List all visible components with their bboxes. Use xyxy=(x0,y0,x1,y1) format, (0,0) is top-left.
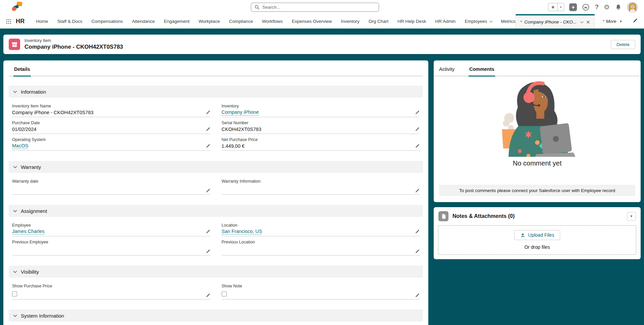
upload-files-button[interactable]: Upload Files xyxy=(514,230,560,240)
field-value-link[interactable]: MacOS xyxy=(12,143,28,149)
details-card: Details Information Inventory Item Name … xyxy=(3,60,428,325)
edit-pencil-icon[interactable] xyxy=(415,144,420,148)
section-title: Warranty xyxy=(21,164,41,170)
edit-pencil-icon[interactable] xyxy=(415,229,420,234)
page-body: Inventory Item Company iPhone - CKOH42XT… xyxy=(0,29,644,325)
notifications-bell-icon[interactable] xyxy=(615,4,622,11)
global-actions-icon[interactable]: + xyxy=(569,3,577,11)
edit-pencil-icon[interactable] xyxy=(206,229,210,234)
nav-tab-expenses-overview[interactable]: Expenses Overview xyxy=(292,19,332,24)
field-label: Warranty Information xyxy=(222,179,420,184)
show-note-checkbox[interactable] xyxy=(222,291,227,296)
section-warranty[interactable]: Warranty xyxy=(9,161,423,173)
tab-details[interactable]: Details xyxy=(13,60,31,77)
field-value: 01/02/2024 xyxy=(12,126,37,132)
section-chevron-icon xyxy=(13,315,17,317)
section-chevron-icon xyxy=(13,91,17,93)
tab-close-icon[interactable]: × xyxy=(586,19,590,25)
nav-tab-inventory[interactable]: Inventory xyxy=(341,19,360,24)
field-show-purchase-price: Show Purchase Price xyxy=(12,280,210,299)
section-chevron-icon xyxy=(13,271,17,273)
nav-tab-staff-docs[interactable]: Staff & Docs xyxy=(57,19,83,24)
edit-pencil-icon[interactable] xyxy=(415,127,420,132)
nav-tab-hr-admin[interactable]: HR Admin xyxy=(435,19,456,24)
warranty-fields: Warranty date Warranty Information xyxy=(9,173,423,195)
field-previous-location: Previous Location xyxy=(222,236,420,256)
section-chevron-icon xyxy=(13,166,17,168)
edit-pencil-icon[interactable] xyxy=(206,144,210,148)
more-tabs-dropdown[interactable]: * More ▼ xyxy=(603,19,623,24)
section-visibility[interactable]: Visibility xyxy=(9,266,423,278)
more-unsaved-indicator: * xyxy=(603,19,604,24)
field-label: Show Purchase Price xyxy=(12,284,210,288)
nav-tab-home[interactable]: Home xyxy=(36,19,48,24)
field-label: Previous Employee xyxy=(12,240,210,244)
field-value-link[interactable]: San Francisco, US xyxy=(222,228,262,235)
global-search[interactable] xyxy=(251,3,379,12)
no-comment-title: No comment yet xyxy=(513,159,562,167)
active-record-tab-label: Company iPhone - CKO... xyxy=(524,19,577,25)
chevron-down-icon xyxy=(489,19,493,22)
comments-empty-state: No comment yet To post comments please c… xyxy=(434,76,641,202)
favorites-caret-icon[interactable]: ▼ xyxy=(557,3,564,11)
section-information[interactable]: Information xyxy=(9,86,423,98)
tab-activity[interactable]: Activity xyxy=(438,60,455,76)
nav-tab-org-chart[interactable]: Org Chart xyxy=(369,19,388,24)
field-operating-system: Operating System MacOS xyxy=(12,134,210,151)
edit-pencil-icon[interactable] xyxy=(415,188,420,193)
favorite-star-icon[interactable]: ★ xyxy=(548,3,557,11)
section-assignment[interactable]: Assignment xyxy=(9,205,423,217)
field-label: Inventory xyxy=(222,104,420,108)
nav-tab-workplace[interactable]: Workplace xyxy=(199,19,220,24)
file-dropzone[interactable]: Upload Files Or drop files xyxy=(438,225,636,255)
section-title: Information xyxy=(21,89,46,95)
edit-pencil-icon[interactable] xyxy=(206,249,210,254)
help-icon[interactable]: ? xyxy=(595,3,599,11)
edit-pencil-icon[interactable] xyxy=(206,293,210,298)
nav-tab-metrics[interactable]: Metrics xyxy=(501,19,516,24)
section-system-information[interactable]: System Information xyxy=(9,310,423,322)
nav-tab-attendance[interactable]: Attendance xyxy=(132,19,155,24)
edit-pencil-icon[interactable] xyxy=(206,188,210,193)
nav-tab-workflows[interactable]: Workflows xyxy=(262,19,283,24)
field-value-link[interactable]: Company iPhone xyxy=(222,109,259,115)
nav-tab-engagement[interactable]: Engagement xyxy=(164,19,190,24)
edit-pencil-icon[interactable] xyxy=(415,293,420,298)
field-label: Location xyxy=(222,223,420,228)
drop-files-hint: Or drop files xyxy=(524,244,550,250)
setup-gear-icon[interactable]: ⚙ xyxy=(604,3,610,11)
show-purchase-price-checkbox[interactable] xyxy=(12,291,17,296)
content-columns: Details Information Inventory Item Name … xyxy=(3,60,641,325)
notes-attachments-card: Notes & Attachments (0) ▼ Upload Files xyxy=(434,207,641,259)
notes-title: Notes & Attachments (0) xyxy=(452,213,515,219)
field-label: Serial Number xyxy=(222,121,420,125)
edit-pencil-icon[interactable] xyxy=(206,110,210,115)
delete-button[interactable]: Delete xyxy=(611,40,635,49)
field-value-link[interactable]: James Charles xyxy=(12,228,45,235)
header-utility-icons: ★ ▼ + ? ⚙ xyxy=(548,0,638,14)
app-launcher-icon[interactable] xyxy=(6,19,11,24)
company-logo xyxy=(10,2,24,12)
edit-pencil-icon[interactable] xyxy=(415,110,420,115)
search-input[interactable] xyxy=(262,5,375,10)
user-avatar[interactable] xyxy=(627,2,638,13)
guidance-icon[interactable] xyxy=(582,3,590,11)
tab-comments[interactable]: Comments xyxy=(469,60,495,77)
edit-pencil-icon[interactable] xyxy=(415,249,420,254)
edit-pencil-icon[interactable] xyxy=(206,127,210,132)
activity-comments-card: Activity Comments xyxy=(434,60,641,202)
tab-chevron-down-icon[interactable] xyxy=(580,20,584,23)
nav-tab-employees[interactable]: Employees xyxy=(465,19,492,24)
collapse-notes-button[interactable]: ▼ xyxy=(627,212,636,221)
nav-tab-compensations[interactable]: Compensations xyxy=(91,19,123,24)
edit-navigation-pencil-icon[interactable] xyxy=(633,18,638,25)
active-record-tab[interactable]: * Company iPhone - CKO... × xyxy=(516,14,595,29)
field-previous-employee: Previous Employee xyxy=(12,236,210,256)
section-title: System Information xyxy=(21,313,64,319)
section-title: Assignment xyxy=(21,208,47,214)
app-navigation-bar: HR Home Staff & Docs Compensations Atten… xyxy=(0,14,644,29)
nav-tab-hr-help-desk[interactable]: HR Help Desk xyxy=(397,19,426,24)
nav-tab-compliance[interactable]: Compliance xyxy=(229,19,253,24)
field-label: Inventory Item Name xyxy=(12,104,210,108)
section-chevron-icon xyxy=(13,210,17,212)
